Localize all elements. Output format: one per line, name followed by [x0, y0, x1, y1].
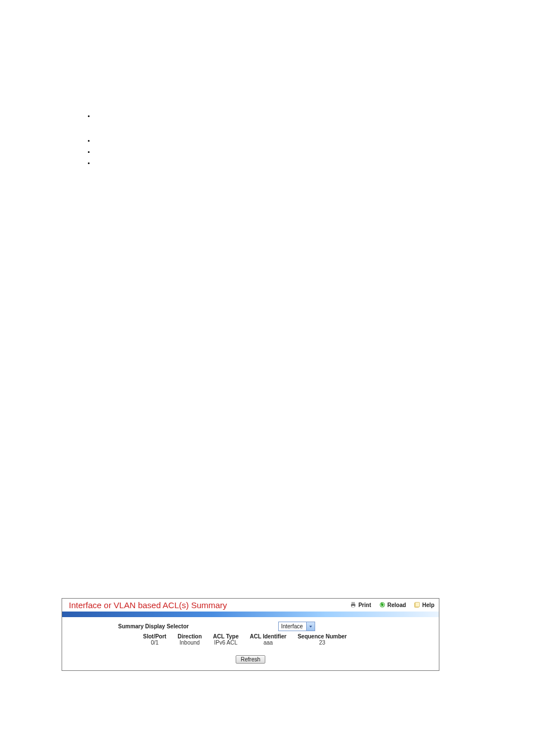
col-acltype: ACL Type [208, 633, 245, 640]
svg-rect-5 [415, 602, 420, 606]
bullet-list [95, 112, 489, 165]
header-actions: Print Reload Help [350, 601, 434, 609]
svg-rect-1 [352, 602, 355, 604]
help-icon [414, 601, 420, 609]
col-slotport: Slot/Port [138, 633, 172, 640]
display-selector-dropdown[interactable]: Interface [278, 622, 315, 631]
acl-summary-panel: Interface or VLAN based ACL(s) Summary P… [62, 598, 439, 671]
header-separator [62, 612, 439, 617]
table-header-row: Slot/Port Direction ACL Type ACL Identif… [138, 633, 353, 640]
help-label: Help [422, 602, 434, 608]
dropdown-value: Interface [279, 622, 306, 631]
bullet-item [95, 148, 489, 153]
printer-icon [350, 601, 357, 609]
cell-slotport: 0/1 [138, 640, 172, 646]
svg-rect-2 [352, 605, 355, 607]
reload-label: Reload [387, 602, 406, 608]
button-row: Refresh [68, 654, 433, 664]
cell-aclid: aaa [244, 640, 292, 646]
panel-title: Interface or VLAN based ACL(s) Summary [69, 600, 227, 610]
bullet-item [95, 159, 489, 165]
cell-direction: Inbound [172, 640, 207, 646]
table-row: 0/1 Inbound IPv6 ACL aaa 23 [138, 640, 353, 646]
selector-row: Summary Display Selector Interface [118, 622, 433, 631]
refresh-button[interactable]: Refresh [236, 655, 265, 664]
bullet-item [95, 137, 489, 142]
acl-summary-table: Slot/Port Direction ACL Type ACL Identif… [138, 633, 353, 646]
print-label: Print [358, 602, 371, 608]
reload-button[interactable]: Reload [379, 601, 406, 609]
chevron-down-icon [306, 622, 315, 631]
reload-icon [379, 601, 386, 609]
print-button[interactable]: Print [350, 601, 371, 609]
selector-label: Summary Display Selector [118, 623, 189, 629]
table-wrap: Slot/Port Direction ACL Type ACL Identif… [57, 632, 433, 646]
col-seq: Sequence Number [292, 633, 353, 640]
panel-header: Interface or VLAN based ACL(s) Summary P… [62, 599, 439, 612]
cell-acltype: IPv6 ACL [208, 640, 245, 646]
col-aclid: ACL Identifier [244, 633, 292, 640]
panel-body: Summary Display Selector Interface Slot/… [62, 617, 439, 670]
cell-seq: 23 [292, 640, 353, 646]
bullet-item [95, 112, 489, 118]
help-button[interactable]: Help [414, 601, 434, 609]
col-direction: Direction [172, 633, 207, 640]
